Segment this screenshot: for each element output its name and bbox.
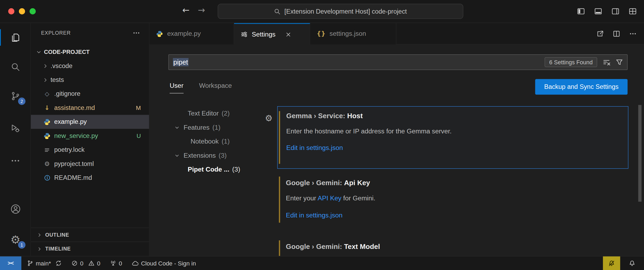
python-file-icon	[43, 132, 50, 139]
markdown-file-icon: ↓	[43, 104, 50, 112]
customize-layout-icon[interactable]	[629, 7, 637, 15]
scope-tab-workspace[interactable]: Workspace	[199, 82, 232, 93]
toggle-secondary-sidebar-icon[interactable]	[612, 7, 619, 15]
setting-gemma-service-host[interactable]: Gemma › Service: Host Enter the hostname…	[277, 106, 628, 169]
toc-features[interactable]: Features(1)	[149, 121, 264, 134]
tree-item-tests[interactable]: tests	[31, 73, 149, 87]
notifications-bell-icon[interactable]	[620, 260, 644, 267]
clear-search-filters-icon[interactable]	[602, 58, 610, 66]
explorer-more-actions-icon[interactable]	[133, 29, 140, 37]
tree-item-assistance-md[interactable]: ↓ assistance.md M	[31, 101, 149, 115]
setting-google-gemini-text-model[interactable]: Google › Gemini: Text Model	[277, 239, 628, 256]
more-actions-icon[interactable]	[629, 30, 637, 38]
toc-pipet-code[interactable]: Pipet Code ...(3)	[149, 162, 264, 176]
edit-in-settings-json-link[interactable]: Edit in settings.json	[286, 212, 343, 219]
modified-indicator	[279, 111, 280, 164]
python-file-icon	[43, 118, 50, 125]
git-status-badge: M	[136, 105, 141, 111]
status-bar: >< main* 0 0 0 Cloud Code - Sign in	[0, 256, 644, 270]
tree-item-poetry-lock[interactable]: poetry.lock	[31, 143, 149, 157]
chevron-down-icon	[174, 125, 180, 130]
search-icon	[274, 8, 281, 15]
lock-file-icon	[43, 147, 50, 153]
tree-item-vscode[interactable]: .vscode	[31, 59, 149, 73]
toml-gear-icon: ⚙	[43, 160, 50, 168]
edit-in-settings-json-link[interactable]: Edit in settings.json	[286, 144, 343, 152]
run-debug-icon[interactable]	[0, 116, 31, 140]
minimize-window-button[interactable]	[19, 8, 25, 14]
vscode-window: ← → [Extension Development Host] code-pr…	[0, 0, 644, 270]
file-tree: CODE-PROJECT .vscode tests ◇ .gitignore …	[31, 45, 149, 185]
close-window-button[interactable]	[8, 8, 14, 14]
scope-tab-user[interactable]: User	[170, 82, 184, 93]
settings-found-badge: 6 Settings Found	[545, 57, 597, 67]
tab-settings[interactable]: Settings	[234, 23, 310, 45]
filter-funnel-icon[interactable]	[616, 58, 623, 66]
tree-item-readme-md[interactable]: README.md	[31, 171, 149, 185]
window-title: [Extension Development Host] code-projec…	[284, 8, 407, 15]
modified-indicator	[279, 177, 280, 223]
toc-extensions[interactable]: Extensions(3)	[149, 149, 264, 162]
git-file-icon: ◇	[43, 90, 50, 97]
info-file-icon	[43, 174, 50, 181]
chevron-right-icon	[37, 246, 42, 251]
back-icon[interactable]: ←	[182, 5, 190, 15]
python-file-icon	[156, 30, 163, 37]
git-status-badge: U	[137, 133, 141, 139]
explorer-icon[interactable]	[0, 26, 31, 49]
setting-google-gemini-api-key[interactable]: Google › Gemini: Api Key Enter your API …	[277, 175, 628, 224]
tree-item-new-service-py[interactable]: new_service.py U	[31, 129, 149, 143]
settings-gear-icon[interactable]: ⚙ 1	[0, 228, 31, 251]
split-editor-icon[interactable]	[613, 30, 620, 38]
toc-notebook[interactable]: Notebook(1)	[149, 134, 264, 148]
command-center[interactable]: [Extension Development Host] code-projec…	[218, 4, 463, 19]
more-views-icon[interactable]	[0, 149, 31, 172]
cloud-code-status-item[interactable]: Cloud Code - Sign in	[132, 260, 196, 267]
chevron-right-icon	[37, 232, 42, 237]
setting-actions-gear-icon[interactable]: ⚙	[265, 113, 273, 123]
tree-item-gitignore[interactable]: ◇ .gitignore	[31, 87, 149, 101]
editor-group: example.py Settings {} settings.json	[149, 23, 644, 256]
source-control-icon[interactable]: 2	[0, 84, 31, 108]
forward-icon[interactable]: →	[198, 5, 205, 15]
toggle-sidebar-icon[interactable]	[577, 7, 585, 15]
accounts-icon[interactable]	[0, 197, 31, 221]
chevron-right-icon	[43, 63, 48, 69]
toc-text-editor[interactable]: Text Editor(2)	[149, 107, 264, 121]
traffic-lights	[8, 8, 36, 14]
settings-badge: 1	[18, 241, 26, 249]
tree-item-example-py[interactable]: example.py	[31, 115, 149, 129]
json-braces-icon: {}	[317, 30, 325, 38]
tab-strip: example.py Settings {} settings.json	[149, 23, 644, 44]
toggle-panel-icon[interactable]	[594, 7, 602, 15]
radio-tower-icon	[110, 260, 116, 266]
ports-status-item[interactable]: 0	[110, 260, 122, 267]
tree-item-pyproject-toml[interactable]: ⚙ pyproject.toml	[31, 157, 149, 171]
chevron-down-icon	[36, 49, 42, 54]
branch-status-item[interactable]: main*	[27, 260, 62, 267]
open-settings-json-icon[interactable]	[596, 30, 604, 38]
setting-description: Enter the hostname or IP address for the…	[286, 128, 452, 135]
backup-sync-settings-button[interactable]: Backup and Sync Settings	[535, 79, 627, 95]
titlebar: ← → [Extension Development Host] code-pr…	[0, 0, 644, 23]
settings-search-input[interactable]: pipet 6 Settings Found	[168, 54, 627, 70]
setting-description: Enter your API Key for Gemini.	[286, 195, 375, 202]
close-tab-icon[interactable]	[285, 31, 291, 37]
timeline-section[interactable]: TIMELINE	[31, 242, 149, 256]
outline-section[interactable]: OUTLINE	[31, 228, 149, 241]
warnings-icon	[88, 260, 95, 266]
remote-indicator[interactable]: ><	[0, 256, 21, 270]
tree-root-folder[interactable]: CODE-PROJECT	[31, 45, 149, 59]
activity-bar: 2 ⚙ 1	[0, 23, 31, 256]
tab-example-py[interactable]: example.py	[149, 23, 234, 44]
do-not-disturb-icon[interactable]	[603, 256, 620, 270]
api-key-link[interactable]: API Key	[318, 195, 341, 202]
zoom-window-button[interactable]	[30, 8, 36, 14]
modified-indicator	[279, 240, 280, 256]
problems-status-item[interactable]: 0 0	[71, 260, 100, 267]
errors-icon	[71, 260, 78, 266]
tab-settings-json[interactable]: {} settings.json	[310, 23, 396, 44]
vertical-scrollbar[interactable]	[638, 105, 641, 202]
search-icon[interactable]	[0, 55, 31, 78]
explorer-sidebar: EXPLORER CODE-PROJECT .vscode tests ◇ .g…	[31, 23, 150, 256]
